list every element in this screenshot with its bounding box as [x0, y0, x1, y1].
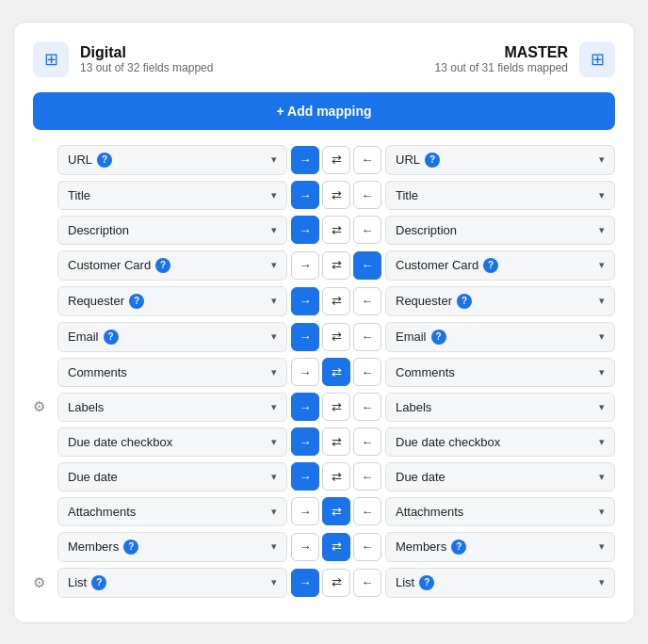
- master-info: MASTER 13 out of 31 fields mapped: [435, 44, 568, 74]
- sync-btn-email[interactable]: ⇄: [322, 323, 350, 351]
- right-chevron: ▾: [599, 330, 605, 343]
- controls-url: → ⇄ ←: [291, 146, 381, 174]
- right-chevron: ▾: [599, 259, 605, 271]
- right-arrow-btn-attachments[interactable]: →: [291, 497, 319, 525]
- sync-btn-due-date-checkbox[interactable]: ⇄: [322, 427, 350, 456]
- add-mapping-button[interactable]: + Add mapping: [33, 92, 615, 130]
- right-field-customer-card[interactable]: Customer Card ? ▾: [385, 250, 615, 281]
- left-label-comments: Comments: [68, 365, 127, 379]
- left-field-description[interactable]: Description ▾: [57, 216, 287, 245]
- right-field-description[interactable]: Description ▾: [385, 216, 615, 245]
- left-chevron: ▾: [271, 436, 277, 448]
- left-arrow-btn-email[interactable]: ←: [353, 323, 381, 351]
- right-field-labels[interactable]: Labels ▾: [385, 393, 615, 422]
- left-field-members[interactable]: Members ? ▾: [57, 532, 287, 562]
- left-arrow-btn-due-date-checkbox[interactable]: ←: [353, 427, 381, 456]
- left-field-title[interactable]: Title ▾: [57, 181, 287, 210]
- controls-email: → ⇄ ←: [291, 323, 381, 351]
- right-arrow-btn-requester[interactable]: →: [291, 287, 319, 315]
- left-chevron: ▾: [271, 259, 277, 271]
- left-arrow-btn-description[interactable]: ←: [353, 216, 381, 244]
- left-arrow-btn-requester[interactable]: ←: [353, 287, 381, 315]
- sync-btn-description[interactable]: ⇄: [322, 216, 350, 244]
- right-arrow-btn-comments[interactable]: →: [291, 358, 319, 386]
- sync-btn-url[interactable]: ⇄: [322, 146, 350, 174]
- right-field-comments[interactable]: Comments ▾: [385, 358, 615, 387]
- left-field-list[interactable]: List ? ▾: [57, 568, 287, 598]
- left-field-due-date-checkbox[interactable]: Due date checkbox ▾: [57, 427, 287, 457]
- gear-prefix-labels[interactable]: ⚙: [33, 398, 54, 415]
- controls-comments: → ⇄ ←: [291, 358, 381, 386]
- left-arrow-btn-members[interactable]: ←: [353, 533, 381, 561]
- left-arrow-btn-due-date[interactable]: ←: [353, 462, 381, 491]
- right-arrow-btn-due-date[interactable]: →: [291, 462, 319, 491]
- left-label-url: URL: [68, 153, 92, 167]
- sync-btn-due-date[interactable]: ⇄: [322, 462, 350, 491]
- left-arrow-btn-list[interactable]: ←: [353, 569, 381, 597]
- right-field-email[interactable]: Email ? ▾: [385, 322, 615, 352]
- left-arrow-btn-customer-card[interactable]: ←: [353, 251, 381, 280]
- sync-btn-attachments[interactable]: ⇄: [322, 497, 350, 525]
- right-arrow-btn-description[interactable]: →: [291, 216, 319, 244]
- left-field-due-date[interactable]: Due date ▾: [57, 462, 287, 491]
- right-field-members[interactable]: Members ? ▾: [385, 532, 615, 562]
- left-chevron: ▾: [271, 471, 277, 483]
- sync-btn-title[interactable]: ⇄: [322, 181, 350, 209]
- digital-title: Digital: [80, 44, 213, 61]
- left-chevron: ▾: [271, 506, 277, 518]
- sync-btn-customer-card[interactable]: ⇄: [322, 251, 350, 280]
- left-field-url[interactable]: URL ? ▾: [57, 145, 287, 175]
- digital-subtitle: 13 out of 32 fields mapped: [80, 61, 213, 74]
- right-arrow-btn-list[interactable]: →: [291, 569, 319, 597]
- left-arrow-btn-comments[interactable]: ←: [353, 358, 381, 386]
- sync-btn-labels[interactable]: ⇄: [322, 393, 350, 421]
- mapping-card: ⊞ Digital 13 out of 32 fields mapped ⊞ M…: [13, 22, 635, 623]
- gear-prefix-list[interactable]: ⚙: [33, 574, 54, 591]
- left-help-icon: ?: [104, 330, 119, 345]
- right-field-attachments[interactable]: Attachments ▾: [385, 497, 615, 526]
- left-arrow-btn-url[interactable]: ←: [353, 146, 381, 174]
- left-field-customer-card[interactable]: Customer Card ? ▾: [57, 250, 287, 281]
- right-arrow-btn-due-date-checkbox[interactable]: →: [291, 427, 319, 456]
- left-label-description: Description: [68, 223, 129, 237]
- right-label-attachments: Attachments: [396, 505, 463, 519]
- right-chevron: ▾: [599, 153, 605, 166]
- sync-btn-requester[interactable]: ⇄: [322, 287, 350, 315]
- right-field-due-date[interactable]: Due date ▾: [385, 462, 615, 491]
- left-field-labels[interactable]: Labels ▾: [57, 393, 287, 422]
- left-help-icon: ?: [155, 258, 170, 273]
- right-label-email: Email: [396, 330, 427, 344]
- right-field-title[interactable]: Title ▾: [385, 181, 615, 210]
- sync-btn-list[interactable]: ⇄: [322, 569, 350, 597]
- left-field-comments[interactable]: Comments ▾: [57, 358, 287, 387]
- right-label-due-date: Due date: [396, 470, 446, 484]
- sync-btn-comments[interactable]: ⇄: [322, 358, 350, 386]
- sync-btn-members[interactable]: ⇄: [322, 533, 350, 561]
- right-arrow-btn-url[interactable]: →: [291, 146, 319, 174]
- controls-labels: → ⇄ ←: [291, 393, 381, 421]
- right-label-labels: Labels: [396, 400, 431, 414]
- left-label-labels: Labels: [68, 400, 104, 414]
- left-arrow-btn-title[interactable]: ←: [353, 181, 381, 209]
- mapping-row-attachments: Attachments ▾ → ⇄ ← Attachments ▾: [33, 497, 615, 526]
- right-field-list[interactable]: List ? ▾: [385, 568, 615, 598]
- right-field-requester[interactable]: Requester ? ▾: [385, 286, 615, 316]
- mapping-rows: URL ? ▾ → ⇄ ← URL ? ▾ Title ▾ → ⇄ ← Titl…: [33, 145, 615, 598]
- left-field-email[interactable]: Email ? ▾: [57, 322, 287, 352]
- right-arrow-btn-title[interactable]: →: [291, 181, 319, 209]
- left-arrow-btn-attachments[interactable]: ←: [353, 497, 381, 525]
- left-label-title: Title: [68, 188, 90, 202]
- right-arrow-btn-members[interactable]: →: [291, 533, 319, 561]
- right-arrow-btn-customer-card[interactable]: →: [291, 251, 319, 280]
- right-arrow-btn-labels[interactable]: →: [291, 393, 319, 421]
- left-arrow-btn-labels[interactable]: ←: [353, 393, 381, 421]
- left-field-requester[interactable]: Requester ? ▾: [57, 286, 287, 316]
- controls-list: → ⇄ ←: [291, 569, 381, 597]
- left-chevron: ▾: [271, 540, 277, 553]
- left-label-due-date: Due date: [68, 470, 118, 484]
- right-field-due-date-checkbox[interactable]: Due date checkbox ▾: [385, 427, 615, 457]
- right-arrow-btn-email[interactable]: →: [291, 323, 319, 351]
- controls-customer-card: → ⇄ ←: [291, 251, 381, 280]
- left-field-attachments[interactable]: Attachments ▾: [57, 497, 287, 526]
- right-field-url[interactable]: URL ? ▾: [385, 145, 615, 175]
